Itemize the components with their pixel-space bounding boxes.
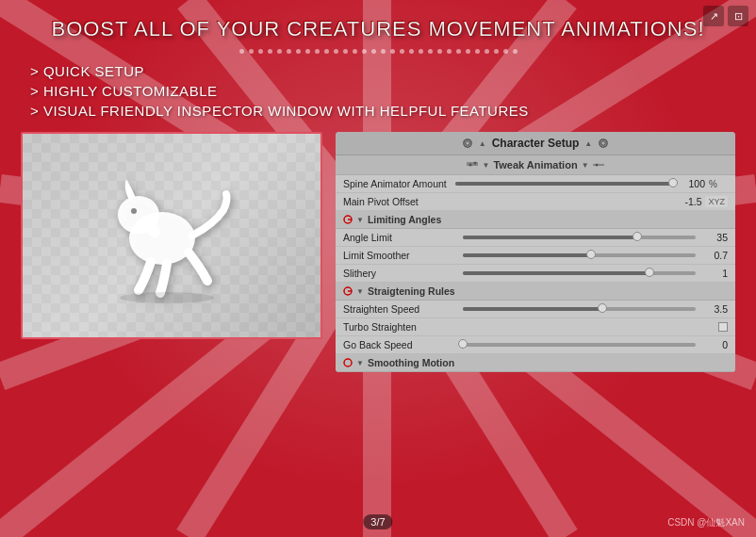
smoothing-motion-header: ▼ Smoothing Motion (336, 354, 735, 372)
inspector-title: Character Setup (492, 137, 580, 150)
limit-smoother-slider[interactable] (463, 253, 696, 257)
up-arrow-icon: ▲ (479, 139, 486, 148)
limit-smoother-label: Limit Smoother (343, 250, 459, 261)
page-indicator: 3/7 (363, 514, 392, 529)
slithery-slider[interactable] (463, 271, 696, 275)
top-icons-area: ↗ ⊡ (703, 6, 748, 26)
angle-limit-slider[interactable] (463, 236, 696, 239)
go-back-speed-value: 0 (699, 339, 728, 350)
slithery-value: 1 (699, 268, 728, 279)
page-navigation: 3/7 (363, 514, 392, 529)
limit-smoother-value: 0.7 (699, 250, 728, 261)
svg-point-28 (600, 139, 607, 147)
slithery-label: Slithery (343, 268, 459, 279)
straight-tri: ▼ (356, 287, 364, 296)
down-arrow-icon: ▲ (584, 139, 592, 148)
spine-animator-label: Spine Animator Amount (343, 178, 452, 189)
fullscreen-button[interactable]: ⊡ (728, 6, 748, 26)
feature-item-1: QUICK SETUP (30, 63, 735, 79)
go-back-speed-label: Go Back Speed (343, 339, 459, 350)
bottom-area: ▲ Character Setup ▲ ▼ Tweak Animation (21, 132, 735, 372)
turbo-straighten-checkbox[interactable] (718, 322, 728, 332)
tweak-animation-title: Tweak Animation (493, 159, 577, 171)
limiting-tri: ▼ (356, 216, 364, 224)
angle-limit-value: 35 (699, 232, 728, 243)
go-back-speed-row: Go Back Speed 0 (336, 336, 735, 354)
turbo-straighten-label: Turbo Straighten (343, 321, 715, 333)
tweak-icon (467, 159, 478, 171)
spine-animator-slider[interactable] (455, 182, 673, 186)
svg-point-27 (601, 141, 606, 146)
svg-point-23 (131, 208, 137, 214)
features-list: QUICK SETUP HIGHLY CUSTOMIZABLE VISUAL F… (21, 63, 735, 119)
gear-icon-right (598, 138, 609, 149)
watermark: CSDN @仙魁XAN (667, 516, 745, 529)
svg-point-26 (464, 139, 471, 147)
tweak-icon-right (593, 159, 604, 171)
svg-point-24 (120, 292, 214, 303)
main-content: BOOST ALL OF YOUR CREATURES MOVEMENT ANI… (0, 0, 756, 537)
straightening-icon (343, 286, 353, 296)
fullscreen-icon: ⊡ (734, 10, 743, 23)
dot-separator (21, 49, 735, 54)
spine-animator-unit: % (709, 179, 728, 189)
turbo-straighten-row: Turbo Straighten (336, 318, 735, 336)
spine-animator-row: Spine Animator Amount 100 % (336, 175, 735, 193)
down-tri-right: ▼ (582, 161, 589, 170)
share-icon: ↗ (710, 10, 718, 23)
angle-limit-row: Angle Limit 35 (336, 229, 735, 247)
straightening-rules-header: ▼ Straigtening Rules (336, 283, 735, 301)
creature-silhouette (77, 158, 266, 313)
limiting-angles-header: ▼ Limiting Angles (336, 211, 735, 229)
preview-panel (21, 132, 322, 339)
go-back-speed-slider[interactable] (463, 343, 696, 347)
svg-point-39 (344, 359, 352, 366)
limit-smoother-row: Limit Smoother 0.7 (336, 247, 735, 265)
smoothing-motion-title: Smoothing Motion (368, 357, 454, 368)
straightening-rules-title: Straigtening Rules (368, 285, 455, 297)
feature-item-3: VISUAL FRIENDLY INSPECTOR WINDOW WITH HE… (30, 103, 735, 119)
main-pivot-label: Main Pivot Offset (343, 196, 669, 207)
down-tri-left: ▼ (482, 161, 489, 170)
share-button[interactable]: ↗ (703, 6, 724, 26)
smoothing-tri: ▼ (356, 359, 364, 367)
straighten-speed-label: Straighten Speed (343, 303, 459, 315)
xyz-badge: XYZ (705, 196, 728, 207)
inspector-panel: ▲ Character Setup ▲ ▼ Tweak Animation (336, 132, 735, 372)
straighten-speed-value: 3.5 (699, 303, 728, 315)
limiting-angles-title: Limiting Angles (368, 214, 441, 225)
main-title: BOOST ALL OF YOUR CREATURES MOVEMENT ANI… (21, 17, 735, 41)
feature-item-2: HIGHLY CUSTOMIZABLE (30, 83, 735, 99)
main-pivot-value: -1.5 (673, 196, 701, 207)
svg-point-25 (465, 141, 469, 146)
smoothing-icon (343, 358, 353, 367)
gear-icon-left (462, 138, 473, 149)
spine-animator-value: 100 (677, 178, 705, 189)
inspector-header: ▲ Character Setup ▲ (336, 132, 735, 155)
main-pivot-row: Main Pivot Offset -1.5 XYZ (336, 193, 735, 211)
limiting-angles-icon (343, 215, 353, 224)
tweak-animation-header: ▼ Tweak Animation ▼ (336, 155, 735, 175)
straighten-speed-slider[interactable] (463, 307, 696, 311)
straighten-speed-row: Straighten Speed 3.5 (336, 301, 735, 318)
slithery-row: Slithery 1 (336, 265, 735, 283)
angle-limit-label: Angle Limit (343, 232, 459, 243)
